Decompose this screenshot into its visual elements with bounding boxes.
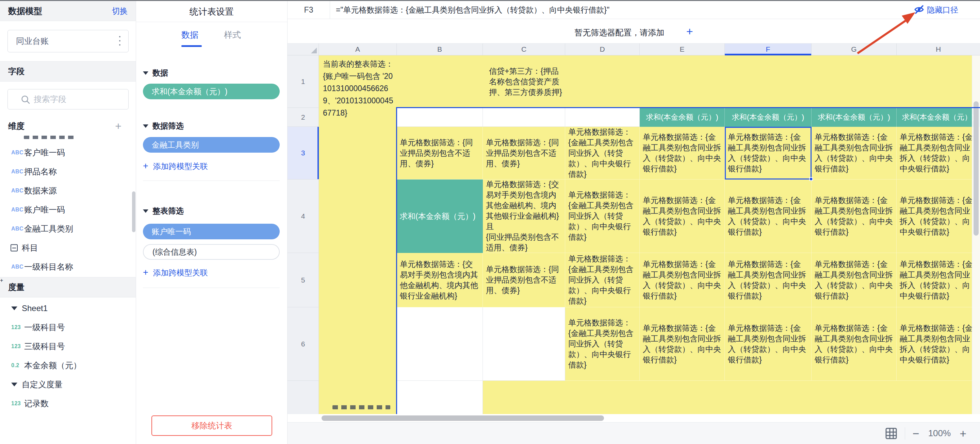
zoom-in-button[interactable]: +: [959, 428, 966, 439]
section-table-filter[interactable]: 整表筛选: [143, 206, 184, 216]
cell-C3[interactable]: 单元格数据筛选：{同业押品类别包含不适用、债券}: [483, 127, 565, 179]
section-data-filter[interactable]: 数据筛选: [143, 121, 184, 131]
cell-G2[interactable]: 求和(本金余额（元）): [811, 108, 897, 127]
row-header-1[interactable]: 1: [288, 56, 319, 108]
tab-style[interactable]: 样式: [224, 22, 241, 47]
field-search-input[interactable]: 搜索字段: [8, 89, 129, 109]
column-header-b[interactable]: B: [397, 43, 483, 56]
cell-C5[interactable]: 单元格数据筛选：{同业押品类别包含不适用、债券}: [483, 253, 565, 307]
row-header-6[interactable]: 6: [288, 307, 319, 381]
cell-C1[interactable]: 信贷+第三方：{押品名称包含信贷资产质押、第三方债券质押}: [483, 56, 565, 108]
measure-folder-custom[interactable]: 自定义度量: [0, 375, 135, 394]
cell-E4[interactable]: 单元格数据筛选：{金融工具类别包含同业拆入（转贷款）、向中央银行借款}: [640, 179, 725, 253]
measure-item[interactable]: 123 三级科目号: [0, 337, 135, 356]
column-header-e[interactable]: E: [640, 43, 725, 56]
tab-data[interactable]: 数据: [181, 22, 198, 47]
cell-D3[interactable]: 单元格数据筛选：{金融工具类别包含同业拆入（转贷款）、向中央银行借款}: [565, 127, 640, 179]
add-filter-button[interactable]: +: [686, 24, 693, 37]
sum-field-pill[interactable]: 求和(本金余额（元）): [143, 84, 280, 99]
dimension-item[interactable]: ABC 数据来源: [0, 181, 135, 200]
column-header-c[interactable]: C: [483, 43, 565, 56]
zoom-out-button[interactable]: −: [913, 428, 920, 439]
cell-D4[interactable]: 单元格数据筛选：{金融工具类别包含同业拆入（转贷款）、向中央银行借款}: [565, 179, 640, 253]
measure-folder-sheet1[interactable]: Sheet1: [0, 299, 135, 318]
grid-view-icon[interactable]: [885, 427, 897, 439]
cell-G6[interactable]: 单元格数据筛选：{金融工具类别包含同业拆入（转贷款）、向中央银行借款}: [811, 307, 897, 381]
dimension-item[interactable]: ABC 押品名称: [0, 162, 135, 181]
fill-handle[interactable]: [809, 177, 813, 181]
caret-down-icon[interactable]: [11, 383, 18, 387]
dimension-item[interactable]: ABC 金融工具类别: [0, 219, 135, 238]
cell-H3[interactable]: 单元格数据筛选：{金融工具类别包含同业拆入（转贷款）、向中央银行借款}: [897, 127, 980, 179]
cell-F6[interactable]: 单元格数据筛选：{金融工具类别包含同业拆入（转贷款）、向中央银行借款}: [725, 307, 811, 381]
dimension-item[interactable]: ABC 客户唯一码: [0, 143, 135, 162]
measure-item[interactable]: 123 记录数: [0, 394, 135, 413]
cell-H6[interactable]: 单元格数据筛选：{金融工具类别包含同业拆入（转贷款）、向中央银行借款}: [897, 307, 980, 381]
cell-E5[interactable]: 单元格数据筛选：{金融工具类别包含同业拆入（转贷款）、向中央银行借款}: [640, 253, 725, 307]
dimension-item[interactable]: ABC 账户唯一码: [0, 200, 135, 219]
model-selector[interactable]: 同业台账: [8, 30, 129, 52]
cells-C7-H7[interactable]: [483, 381, 980, 414]
select-all-corner[interactable]: [288, 43, 319, 56]
cell-A1[interactable]: 当前表的整表筛选：{账户唯一码包含 '201013100004566269、'2…: [323, 58, 395, 119]
column-header-h[interactable]: H: [897, 43, 980, 56]
fin-tool-filter-pill[interactable]: 金融工具类别: [143, 137, 280, 153]
row-header-4[interactable]: 4: [288, 179, 319, 253]
caret-down-icon[interactable]: [11, 307, 18, 311]
add-cross-model-link[interactable]: +添加跨模型关联: [143, 267, 208, 278]
row-header-7-partial[interactable]: [288, 381, 319, 414]
cell-D5[interactable]: 单元格数据筛选：{金融工具类别包含同业拆入（转贷款）、向中央银行借款}: [565, 253, 640, 307]
add-dimension-button[interactable]: +: [115, 120, 121, 133]
row-header-5[interactable]: 5: [288, 253, 319, 307]
measure-item[interactable]: 123 一级科目号: [0, 318, 135, 337]
column-header-a[interactable]: A: [319, 43, 397, 56]
cell-B3[interactable]: 单元格数据筛选：{同业押品类别包含不适用、债券}: [397, 127, 483, 179]
add-measure-button[interactable]: +: [0, 278, 3, 283]
vertical-scrollbar-thumb[interactable]: [974, 101, 978, 236]
row-header-2[interactable]: 2: [288, 108, 319, 127]
cell-H4[interactable]: 单元格数据筛选：{金融工具类别包含同业拆入（转贷款）、向中央银行借款}: [897, 179, 980, 253]
cell-D2[interactable]: [565, 108, 640, 127]
column-header-f-selected[interactable]: F: [725, 43, 811, 56]
sidebar-scrollbar[interactable]: [132, 192, 135, 232]
column-header-g[interactable]: G: [811, 43, 897, 56]
dimension-item[interactable]: ABC 一级科目名称: [0, 257, 135, 276]
cell-G5[interactable]: 单元格数据筛选：{金融工具类别包含同业拆入（转贷款）、向中央银行借款}: [811, 253, 897, 307]
cell-E2[interactable]: 求和(本金余额（元）): [640, 108, 725, 127]
selection-box-F3[interactable]: [725, 127, 811, 179]
cell-H5[interactable]: 单元格数据筛选：{金融工具类别包含同业拆入（转贷款）、向中央银行借款}: [897, 253, 980, 307]
account-filter-pill[interactable]: 账户唯一码: [143, 224, 280, 239]
cell-H2[interactable]: 求和(本金余额（元）): [897, 108, 980, 127]
cell-name-box[interactable]: F3: [288, 1, 330, 19]
info-table-pill[interactable]: (综合信息表): [143, 244, 280, 260]
cell-C4[interactable]: 单元格数据筛选：{交易对手类别包含境内其他金融机构、境内其他银行业金融机构} 且…: [483, 179, 565, 253]
cell-B2[interactable]: [397, 108, 483, 127]
section-data[interactable]: 数据: [143, 68, 168, 78]
measure-item[interactable]: 0.2 本金余额（元）: [0, 356, 135, 375]
cell-C6[interactable]: [483, 307, 565, 381]
cell-F2[interactable]: 求和(本金余额（元）): [725, 108, 811, 127]
cell-B5[interactable]: 单元格数据筛选：{交易对手类别包含境内其他金融机构、境内其他银行业金融机构}: [397, 253, 483, 307]
remove-stat-table-button[interactable]: 移除统计表: [151, 415, 272, 436]
cell-F5[interactable]: 单元格数据筛选：{金融工具类别包含同业拆入（转贷款）、向中央银行借款}: [725, 253, 811, 307]
row-header-3-selected[interactable]: 3: [288, 127, 319, 179]
collapse-box-icon[interactable]: [11, 244, 18, 252]
cell-B4[interactable]: 求和(本金余额（元）): [397, 179, 483, 253]
cell-D6[interactable]: 单元格数据筛选：{金融工具类别包含同业拆入（转贷款）、向中央银行借款}: [565, 307, 640, 381]
horizontal-scrollbar-thumb[interactable]: [321, 415, 604, 421]
cell-C2[interactable]: [483, 108, 565, 127]
kebab-menu-icon[interactable]: [119, 35, 121, 47]
cell-B7[interactable]: [397, 381, 483, 414]
switch-model-link[interactable]: 切换: [112, 6, 127, 16]
cell-E6[interactable]: 单元格数据筛选：{金融工具类别包含同业拆入（转贷款）、向中央银行借款}: [640, 307, 725, 381]
cell-F4[interactable]: 单元格数据筛选：{金融工具类别包含同业拆入（转贷款）、向中央银行借款}: [725, 179, 811, 253]
cell-E3[interactable]: 单元格数据筛选：{金融工具类别包含同业拆入（转贷款）、向中央银行借款}: [640, 127, 725, 179]
cell-G3[interactable]: 单元格数据筛选：{金融工具类别包含同业拆入（转贷款）、向中央银行借款}: [811, 127, 897, 179]
column-header-d[interactable]: D: [565, 43, 640, 56]
cell-G4[interactable]: 单元格数据筛选：{金融工具类别包含同业拆入（转贷款）、向中央银行借款}: [811, 179, 897, 253]
formula-input[interactable]: ="单元格数据筛选：{金融工具类别包含同业拆入（转贷款）、向中央银行借款}": [336, 5, 609, 15]
hide-caliber-link[interactable]: 隐藏口径: [914, 5, 958, 15]
add-cross-model-link[interactable]: +添加跨模型关联: [143, 161, 208, 172]
cell-B6[interactable]: [397, 307, 483, 381]
dimension-group-subject[interactable]: 科目: [0, 238, 135, 257]
